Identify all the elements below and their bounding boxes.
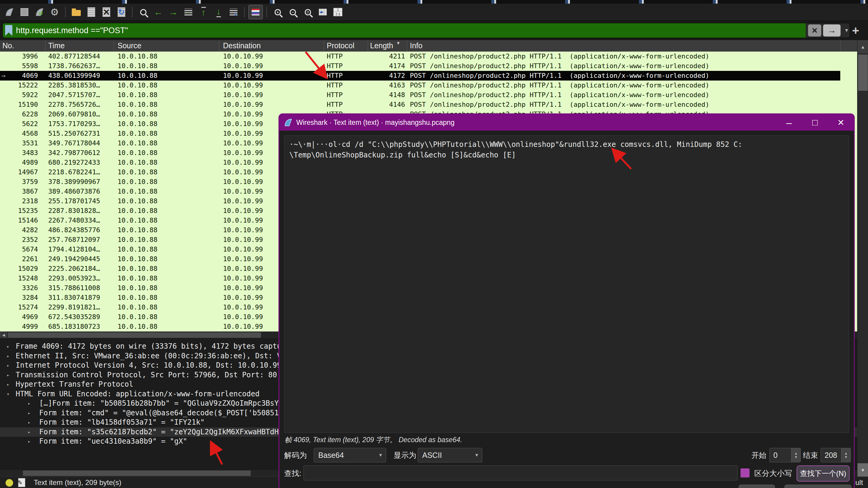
spinner-arrows-icon[interactable]: ▲▼	[791, 448, 801, 462]
column-resize-handle[interactable]	[219, 40, 219, 52]
expander-closed-icon[interactable]: ▸	[7, 380, 10, 389]
cell-info: POST /onlineshop/product2.php HTTP/1.1 (…	[410, 52, 709, 61]
open-file-icon[interactable]	[69, 5, 83, 19]
column-header-protocol[interactable]: Protocol	[327, 41, 354, 50]
cell-time: 486.824385776	[48, 225, 100, 235]
start-spinbox[interactable]: 0 ▲▼	[770, 448, 801, 462]
cell-destination: 10.0.10.99	[223, 100, 263, 110]
column-resize-handle[interactable]	[368, 40, 368, 52]
expander-closed-icon[interactable]: ▸	[7, 370, 10, 380]
start-capture-icon[interactable]	[2, 5, 16, 19]
go-to-packet-icon[interactable]: →	[181, 5, 195, 19]
go-forward-icon[interactable]: →	[166, 5, 180, 19]
filter-bookmark-icon[interactable]	[5, 25, 12, 36]
dialog-titlebar[interactable]: Wireshark · Text item (text) · mayishang…	[279, 114, 854, 131]
cell-source: 10.0.10.88	[118, 138, 157, 148]
cell-destination: 10.0.10.99	[223, 129, 263, 138]
restart-capture-icon[interactable]: ↺	[33, 5, 46, 19]
scroll-up-arrow-icon[interactable]: ▲	[858, 40, 868, 53]
column-resize-handle[interactable]	[840, 40, 841, 52]
column-resize-handle[interactable]	[114, 40, 114, 52]
packet-row[interactable]: 59222047.5715707…10.0.10.8810.0.10.99HTT…	[0, 90, 857, 100]
find-packet-icon[interactable]	[136, 5, 150, 19]
show-as-select[interactable]: ASCII ▼	[418, 448, 482, 462]
scrollbar-thumb[interactable]	[858, 55, 868, 91]
case-sensitive-checkbox[interactable]	[741, 468, 749, 478]
decode-as-select[interactable]: Base64 ▼	[314, 448, 386, 462]
expander-closed-icon[interactable]: ▸	[7, 342, 10, 351]
go-top-icon[interactable]: ↑	[196, 5, 210, 19]
filter-input[interactable]: http.request.method =="POST"	[3, 23, 806, 38]
dialog-title: Wireshark · Text item (text) · mayishang…	[296, 118, 776, 127]
detail-text: Hypertext Transfer Protocol	[16, 380, 133, 389]
zoom-reset-icon[interactable]: =	[301, 5, 315, 19]
go-back-icon[interactable]: ←	[151, 5, 165, 19]
expander-open-icon[interactable]: ▾	[7, 390, 10, 399]
expander-closed-icon[interactable]: ▸	[28, 427, 31, 437]
reload-file-icon[interactable]: ↻	[115, 5, 128, 19]
scrollbar-thumb[interactable]	[23, 470, 251, 476]
expander-closed-icon[interactable]: ▸	[28, 437, 31, 446]
cell-destination: 10.0.10.99	[223, 235, 263, 245]
scroll-down-arrow-icon[interactable]: ▼	[858, 463, 868, 477]
scrollbar-thumb[interactable]	[8, 333, 261, 338]
cell-time: 255.178701745	[48, 196, 100, 206]
spinner-arrows-icon[interactable]: ▲▼	[841, 448, 850, 462]
minimize-button[interactable]: –	[776, 114, 802, 131]
packet-row[interactable]: 3996402.87712854410.0.10.8810.0.10.99HTT…	[0, 52, 857, 61]
expander-closed-icon[interactable]: ▸	[28, 408, 31, 418]
cell-source: 10.0.10.88	[118, 216, 157, 225]
column-resize-handle[interactable]	[45, 40, 45, 52]
save-file-icon[interactable]	[84, 5, 98, 19]
column-header-source[interactable]: Source	[118, 41, 141, 50]
zoom-in-icon[interactable]: +	[271, 5, 284, 19]
expert-info-icon[interactable]	[5, 479, 13, 487]
cell-no: 15248	[8, 274, 38, 283]
go-bottom-icon[interactable]: ↓	[212, 5, 225, 19]
column-header-no[interactable]: No.	[2, 41, 14, 50]
zoom-out-icon[interactable]: −	[286, 5, 300, 19]
clipped-menubar-strip	[0, 0, 868, 4]
cell-info: POST /onlineshop/product2.php HTTP/1.1 (…	[410, 81, 709, 90]
find-input[interactable]	[304, 465, 738, 481]
clipped-dialog-button[interactable]	[784, 485, 851, 488]
filter-add-button[interactable]: +	[848, 24, 863, 37]
autoscroll-icon[interactable]: ▼	[227, 5, 241, 19]
end-spinbox[interactable]: 208 ▲▼	[821, 448, 851, 462]
expander-closed-icon[interactable]: ▸	[7, 351, 10, 361]
expander-closed-icon[interactable]: ▸	[7, 361, 10, 370]
layout-chooser-icon[interactable]	[331, 5, 345, 19]
capture-comment-icon[interactable]	[18, 478, 25, 487]
clipped-dialog-button[interactable]	[739, 485, 775, 488]
column-header-length[interactable]: Length	[370, 41, 396, 50]
cell-time: 311.830741879	[48, 293, 100, 303]
case-sensitive-label: 区分大小写	[754, 468, 792, 478]
close-file-icon[interactable]: ✕	[99, 5, 113, 19]
cell-source: 10.0.10.88	[118, 90, 157, 100]
cell-protocol: HTTP	[327, 71, 343, 81]
expander-closed-icon[interactable]: ▸	[28, 399, 31, 408]
filter-apply-button[interactable]: →	[823, 24, 841, 36]
packet-row[interactable]: 152222285.3818530…10.0.10.8810.0.10.99HT…	[0, 81, 857, 90]
packet-row[interactable]: 55981738.7662637…10.0.10.8810.0.10.99HTT…	[0, 61, 857, 71]
column-header-info[interactable]: Info	[410, 41, 423, 50]
capture-options-icon[interactable]: ⚙	[48, 5, 61, 19]
packet-row[interactable]: 151902278.7565726…10.0.10.8810.0.10.99HT…	[0, 100, 857, 110]
column-header-time[interactable]: Time	[48, 41, 65, 50]
cell-destination: 10.0.10.99	[223, 264, 263, 274]
find-next-button[interactable]: 查找下一个(N)	[797, 465, 849, 482]
decoded-bytes-textarea[interactable]: ·~\·m|···ol·cd /d "C:\\phpStudy\\PHPTuto…	[284, 136, 849, 433]
maximize-button[interactable]: □	[802, 114, 828, 131]
packet-row[interactable]: →4069438.06139994910.0.10.8810.0.10.99HT…	[0, 71, 840, 81]
packet-list-vscrollbar[interactable]: ▲ ▼	[857, 40, 868, 477]
colorize-icon[interactable]	[248, 5, 263, 19]
expander-closed-icon[interactable]: ▸	[28, 418, 31, 427]
close-button[interactable]: ✕	[828, 114, 854, 131]
column-resize-handle[interactable]	[324, 40, 324, 52]
filter-clear-button[interactable]: ✕	[808, 24, 821, 36]
cell-time: 2047.5715707…	[48, 90, 100, 100]
resize-columns-icon[interactable]	[316, 5, 330, 19]
stop-capture-icon[interactable]	[18, 5, 31, 19]
scroll-left-arrow-icon[interactable]: ◀	[0, 332, 7, 338]
column-header-destination[interactable]: Destination	[223, 41, 261, 50]
